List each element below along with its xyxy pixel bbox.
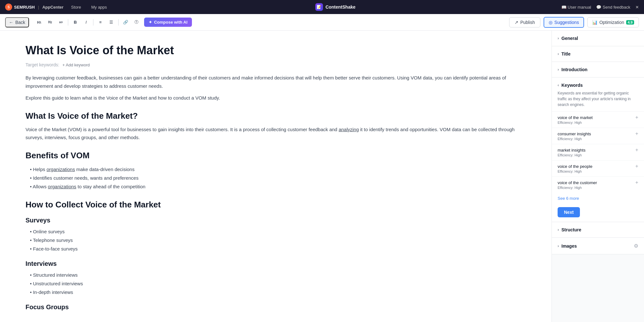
surveys-heading[interactable]: Surveys <box>26 217 526 224</box>
topnav-right: 📖 User manual 💬 Send feedback ✕ <box>561 5 639 10</box>
store-link[interactable]: Store <box>69 4 84 11</box>
myapps-link[interactable]: My apps <box>89 4 109 11</box>
next-button[interactable]: Next <box>558 207 580 217</box>
keyword-name-3: voice of the people <box>558 164 592 169</box>
section1-heading[interactable]: What Is Voice of the Market? <box>26 111 526 121</box>
focus-groups-heading[interactable]: Focus Groups <box>26 303 526 311</box>
keyword-add-button-3[interactable]: + <box>635 164 638 169</box>
general-section-title: › General <box>558 36 578 41</box>
keyword-item-2: market insights + Efficiency: High <box>552 144 644 160</box>
chevron-right-icon-intro: › <box>558 67 559 72</box>
settings-icon[interactable]: ⚙ <box>634 243 638 249</box>
introduction-section-header[interactable]: › Introduction <box>552 62 644 77</box>
keyword-efficiency-4: Efficiency: High <box>558 186 638 190</box>
chevron-right-icon: › <box>558 36 559 41</box>
keyword-row-1: consumer insights + <box>558 131 638 136</box>
chevron-right-icon-structure: › <box>558 228 559 232</box>
book-icon: 📖 <box>561 5 567 10</box>
images-section-title: › Images <box>558 243 577 249</box>
italic-button[interactable]: I <box>81 17 91 27</box>
benefits-list: Helps organizations make data-driven dec… <box>26 165 526 191</box>
general-section: › General <box>552 31 644 46</box>
keywords-section-header[interactable]: ‹ Keywords <box>552 78 644 89</box>
format-separator-3 <box>118 19 119 26</box>
top-navigation: S SEMRUSH | AppCenter Store My apps 📝 Co… <box>0 0 644 14</box>
survey-item-3: Face-to-face surveys <box>29 244 526 253</box>
bold-button[interactable]: B <box>70 17 80 27</box>
benefit-item-1: Helps organizations make data-driven dec… <box>29 165 526 174</box>
heading2-button[interactable]: H2 <box>45 17 55 27</box>
structure-section-header[interactable]: › Structure <box>552 222 644 237</box>
chevron-down-icon: ‹ <box>558 83 559 87</box>
title-section-title: › Title <box>558 51 571 56</box>
see-more-link[interactable]: See 6 more <box>552 193 644 204</box>
optimization-button[interactable]: 📊 Optimization 4.9 <box>587 17 639 27</box>
structure-section-title: › Structure <box>558 227 581 232</box>
toolbar-left: ← Back H1 H2 H3 B I ≡ ☰ 🔗 Ⓣ ✦ Compose wi… <box>5 17 192 27</box>
interviews-list: Structured interviews Unstructured inter… <box>26 271 526 296</box>
keyword-efficiency-1: Efficiency: High <box>558 137 638 141</box>
analyzing-link[interactable]: analyzing <box>339 127 359 132</box>
compose-with-ai-button[interactable]: ✦ Compose with AI <box>144 18 192 27</box>
semrush-logo[interactable]: S SEMRUSH | AppCenter <box>5 4 63 11</box>
unordered-list-button[interactable]: ☰ <box>106 17 116 27</box>
document-title[interactable]: What Is Voice of the Market <box>26 43 526 57</box>
ordered-list-button[interactable]: ≡ <box>95 17 106 27</box>
editor-area[interactable]: What Is Voice of the Market Target keywo… <box>0 31 552 322</box>
semrush-logo-icon: S <box>5 4 12 11</box>
keyword-add-button-0[interactable]: + <box>635 115 638 120</box>
keywords-section-title: ‹ Keywords <box>558 83 583 88</box>
heading1-button[interactable]: H1 <box>34 17 44 27</box>
surveys-list: Online surveys Telephone surveys Face-to… <box>26 227 526 253</box>
format-separator-2 <box>93 19 93 26</box>
structure-section: › Structure <box>552 222 644 238</box>
keyword-row-2: market insights + <box>558 147 638 153</box>
organizations-link-1[interactable]: organizations <box>47 167 75 172</box>
keyword-name-2: market insights <box>558 148 585 153</box>
text-button[interactable]: Ⓣ <box>131 17 142 27</box>
close-button[interactable]: ✕ <box>635 5 639 10</box>
target-keywords-row: Target keywords: + Add keyword <box>26 62 526 67</box>
keyword-add-button-2[interactable]: + <box>635 147 638 153</box>
section3-heading[interactable]: How to Collect Voice of the Market <box>26 200 526 210</box>
keywords-section: ‹ Keywords Keywords are essential for ge… <box>552 78 644 222</box>
topnav-center: 📝 ContentShake <box>315 3 355 11</box>
general-section-header[interactable]: › General <box>552 31 644 46</box>
main-layout: What Is Voice of the Market Target keywo… <box>0 31 644 322</box>
title-section-header[interactable]: › Title <box>552 46 644 62</box>
title-section: › Title <box>552 46 644 62</box>
intro-paragraph-2[interactable]: Explore this guide to learn what is the … <box>26 94 526 102</box>
keyword-efficiency-2: Efficiency: High <box>558 153 638 157</box>
editor-toolbar: ← Back H1 H2 H3 B I ≡ ☰ 🔗 Ⓣ ✦ Compose wi… <box>0 14 644 31</box>
link-button[interactable]: 🔗 <box>121 17 131 27</box>
keyword-item-0: voice of the market + Efficiency: High <box>552 111 644 128</box>
add-keyword-button[interactable]: + Add keyword <box>62 63 90 67</box>
toolbar-right: ↗ Publish ◎ Suggestions 📊 Optimization 4… <box>509 17 639 28</box>
images-section-header[interactable]: › Images ⚙ <box>552 238 644 254</box>
keyword-item-1: consumer insights + Efficiency: High <box>552 128 644 144</box>
section2-heading[interactable]: Benefits of VOM <box>26 151 526 161</box>
heading3-button[interactable]: H3 <box>56 17 66 27</box>
send-feedback-link[interactable]: 💬 Send feedback <box>596 5 630 10</box>
keyword-add-button-4[interactable]: + <box>635 180 638 185</box>
organizations-link-2[interactable]: organizations <box>48 184 76 189</box>
keyword-name-1: consumer insights <box>558 131 591 136</box>
benefit-item-2: Identifies customer needs, wants and pre… <box>29 174 526 182</box>
keyword-add-button-1[interactable]: + <box>635 131 638 136</box>
keywords-description: Keywords are essential for getting organ… <box>552 89 644 111</box>
interview-item-2: Unstructured interviews <box>29 279 526 288</box>
interview-item-1: Structured interviews <box>29 271 526 279</box>
introduction-section: › Introduction <box>552 62 644 78</box>
section1-paragraph[interactable]: Voice of the Market (VOM) is a powerful … <box>26 125 526 142</box>
right-panel: › General › Title › Introduction <box>552 31 644 322</box>
back-button[interactable]: ← Back <box>5 17 29 27</box>
keyword-item-4: voice of the customer + Efficiency: High <box>552 176 644 193</box>
survey-item-1: Online surveys <box>29 227 526 236</box>
chevron-right-icon-title: › <box>558 52 559 56</box>
optimization-score-badge: 4.9 <box>626 20 634 25</box>
interviews-heading[interactable]: Interviews <box>26 260 526 267</box>
publish-button[interactable]: ↗ Publish <box>509 17 540 27</box>
suggestions-button[interactable]: ◎ Suggestions <box>544 17 584 28</box>
user-manual-link[interactable]: 📖 User manual <box>561 5 591 10</box>
intro-paragraph-1[interactable]: By leveraging customer feedback, busines… <box>26 74 526 90</box>
